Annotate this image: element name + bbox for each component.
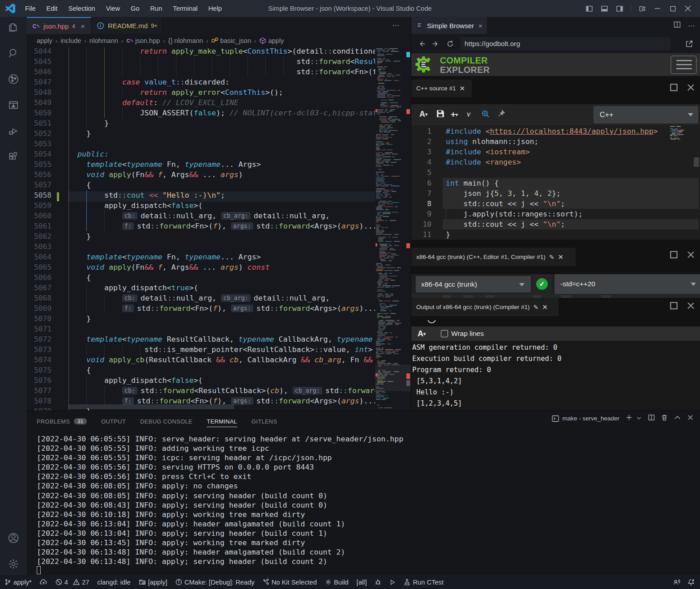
layout-panel-icon[interactable]: [598, 3, 610, 14]
menu-terminal[interactable]: Terminal: [167, 0, 203, 17]
status-cmake-kit[interactable]: No Kit Selected: [263, 579, 317, 586]
language-select[interactable]: C++: [593, 106, 698, 123]
run-debug-icon[interactable]: [8, 125, 19, 137]
kill-terminal-icon[interactable]: [661, 414, 668, 423]
maximize-panel-icon[interactable]: [674, 414, 681, 423]
breadcrumb-item-apply[interactable]: apply: [259, 37, 284, 44]
status-cmake-target[interactable]: [all]: [357, 579, 367, 586]
horizontal-scrollbar[interactable]: [68, 404, 234, 409]
settings-gear-icon[interactable]: [8, 558, 19, 570]
close-tab-icon[interactable]: ✕: [460, 85, 465, 93]
breadcrumb-item-nlohmann[interactable]: {} nlohmann: [168, 37, 203, 44]
maximize-pane-icon[interactable]: [670, 250, 678, 261]
panel-tab-terminal[interactable]: TERMINAL: [207, 418, 237, 427]
tab-compiler[interactable]: x86-64 gcc (trunk) (C++, Editor #1, Comp…: [411, 248, 576, 266]
status-clangd-status[interactable]: clangd: idle: [97, 579, 130, 586]
close-panel-icon[interactable]: [687, 414, 694, 423]
status-publish-changes[interactable]: [40, 579, 47, 585]
maximize-icon[interactable]: [667, 3, 679, 14]
tab-readme-md[interactable]: README.md 9+: [91, 17, 162, 34]
breadcrumb-item-json-hpp[interactable]: Cjson.hpp: [126, 37, 160, 44]
close-tab-icon[interactable]: ✕: [558, 253, 564, 261]
close-pane-icon[interactable]: [687, 83, 695, 93]
back-icon[interactable]: [418, 40, 426, 48]
add-pane-icon[interactable]: +▾: [451, 110, 458, 119]
menu-file[interactable]: File: [20, 0, 41, 17]
menu-help[interactable]: Help: [203, 0, 227, 17]
panel-tab-gitlens[interactable]: GITLENS: [252, 418, 277, 425]
menu-view[interactable]: View: [101, 0, 125, 17]
tab-json-hpp[interactable]: C json.hpp 4 ×: [27, 17, 91, 34]
menu-edit[interactable]: Edit: [41, 0, 63, 17]
customize-layout-icon[interactable]: [636, 3, 648, 14]
close-tab-icon[interactable]: ×: [478, 22, 482, 30]
tab-output[interactable]: Output of x86-64 gcc (trunk) (Compiler #…: [411, 298, 559, 316]
layout-sidebar-right-icon[interactable]: [614, 3, 625, 14]
split-terminal-icon[interactable]: [648, 414, 655, 423]
status-cmake-project[interactable]: [apply]: [139, 579, 167, 586]
url-input[interactable]: https://godbolt.org: [461, 37, 670, 50]
code-editor[interactable]: 5044 return apply_make_tuple<ConstThis>(…: [27, 47, 411, 411]
status-cmake-debug[interactable]: [375, 579, 381, 585]
panel-tab-problems[interactable]: PROBLEMS31: [37, 418, 87, 425]
breadcrumb[interactable]: apply›include›nlohmann›Cjson.hpp›{} nloh…: [27, 34, 411, 47]
panel-tab-output[interactable]: OUTPUT: [101, 418, 126, 425]
hamburger-menu-icon[interactable]: [670, 55, 697, 74]
open-external-icon[interactable]: [685, 40, 693, 48]
maximize-pane-icon[interactable]: [670, 83, 678, 93]
status-notifications[interactable]: [687, 579, 695, 586]
breadcrumb-item-apply[interactable]: apply: [37, 37, 52, 44]
close-pane-icon[interactable]: [687, 250, 695, 261]
status-cmake-launch[interactable]: [389, 579, 396, 585]
split-editor-icon[interactable]: [674, 21, 681, 30]
minimap[interactable]: [375, 47, 405, 411]
new-terminal-icon[interactable]: [626, 414, 632, 423]
menu-go[interactable]: Go: [125, 0, 145, 17]
breadcrumb-item-basic-json[interactable]: basic_json: [211, 37, 251, 44]
breadcrumb-item-include[interactable]: include: [60, 37, 81, 44]
account-icon[interactable]: [8, 532, 19, 544]
close-tab-icon[interactable]: ✕: [542, 303, 548, 311]
status-cmake-status[interactable]: CMake: [Debug]: Ready: [175, 579, 255, 586]
layout-sidebar-left-icon[interactable]: [583, 3, 595, 14]
compiler-select[interactable]: x86-64 gcc (trunk): [416, 276, 531, 292]
menu-run[interactable]: Run: [145, 0, 168, 17]
close-tab-icon[interactable]: ×: [79, 22, 86, 30]
extensions-icon[interactable]: [8, 151, 19, 163]
godbolt-editor-scrollbar[interactable]: [694, 157, 699, 167]
terminal-dropdown-icon[interactable]: [636, 415, 642, 423]
close-window-icon[interactable]: [682, 3, 694, 14]
godbolt-source-editor[interactable]: 1#include <https://localhost:8443/apply/…: [411, 125, 700, 240]
edit-title-icon[interactable]: ✎: [549, 254, 555, 261]
vim-mode-icon[interactable]: v: [467, 110, 470, 119]
status-git-branch-status[interactable]: apply*: [4, 579, 32, 586]
compiler-options-input[interactable]: -std=c++20: [555, 274, 700, 294]
zoom-icon[interactable]: [481, 110, 490, 120]
status-ctest-run[interactable]: Run CTest: [404, 579, 444, 586]
edit-title-icon[interactable]: ✎: [534, 304, 539, 311]
font-size-icon[interactable]: A▾: [418, 329, 426, 339]
terminal-output[interactable]: [2022-04-30 06:05:55] INFO: serve_header…: [37, 434, 403, 566]
tab-cpp-source[interactable]: C++ source #1 ✕: [411, 80, 472, 97]
panel-tab-debug-console[interactable]: DEBUG CONSOLE: [140, 418, 192, 425]
source-control-icon[interactable]: [8, 73, 19, 85]
search-icon[interactable]: [8, 47, 19, 59]
wrap-lines-checkbox[interactable]: [441, 330, 448, 337]
maximize-pane-icon[interactable]: [670, 301, 678, 312]
status-feedback[interactable]: [673, 579, 680, 585]
more-actions-icon[interactable]: ⋯: [688, 21, 695, 30]
terminal-process[interactable]: make - serve_header: [552, 415, 619, 422]
breadcrumb-item-nlohmann[interactable]: nlohmann: [90, 37, 118, 44]
editor-more-actions-icon[interactable]: ⋯: [392, 21, 400, 30]
pin-icon[interactable]: [497, 110, 505, 119]
status-problems-status[interactable]: 427: [55, 579, 90, 586]
menu-selection[interactable]: Selection: [63, 0, 101, 17]
explorer-icon[interactable]: [8, 21, 19, 33]
status-cmake-build[interactable]: Build: [325, 579, 349, 586]
reload-icon[interactable]: [446, 40, 454, 48]
close-pane-icon[interactable]: [687, 301, 695, 312]
tab-simple-browser[interactable]: Simple Browser ×: [411, 17, 487, 34]
forward-icon[interactable]: [432, 40, 440, 48]
font-size-icon[interactable]: A▾: [419, 110, 427, 119]
cmake-panel-icon[interactable]: [8, 99, 19, 111]
